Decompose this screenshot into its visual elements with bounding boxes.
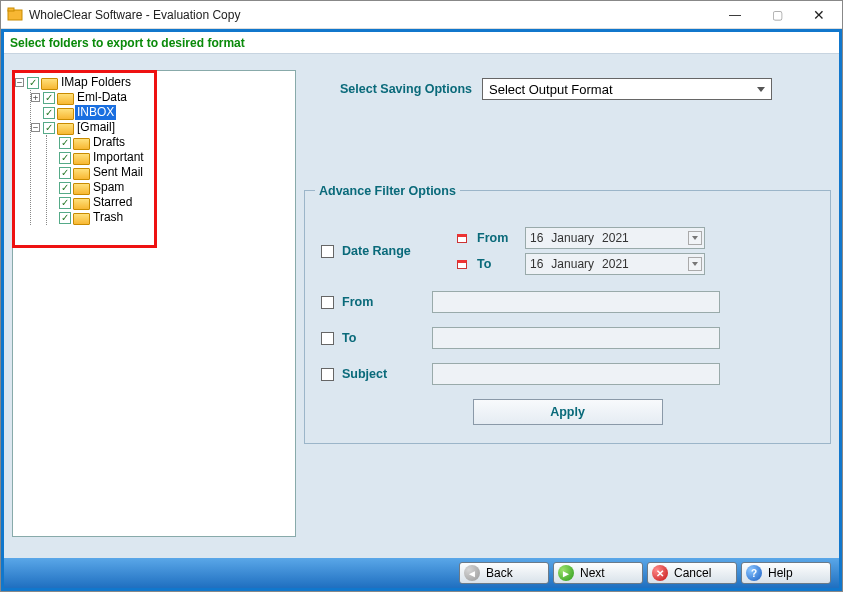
folder-icon [57, 107, 72, 118]
wizard-footer: ◄ Back ► Next ✕ Cancel ? Help [4, 558, 839, 588]
checkbox[interactable] [59, 152, 71, 164]
subject-filter-label: Subject [342, 367, 402, 381]
from-checkbox[interactable] [321, 296, 334, 309]
checkbox[interactable] [59, 182, 71, 194]
chevron-down-icon[interactable] [688, 231, 702, 245]
subject-checkbox[interactable] [321, 368, 334, 381]
folder-tree[interactable]: − IMap Folders + Eml-Data [13, 71, 295, 229]
next-button[interactable]: ► Next [553, 562, 643, 584]
minimize-button[interactable]: — [714, 1, 756, 29]
folder-tree-panel: − IMap Folders + Eml-Data [12, 70, 296, 537]
saving-row: Select Saving Options Select Output Form… [304, 78, 831, 100]
date-from-picker[interactable]: 16 January 2021 [525, 227, 705, 249]
expand-icon[interactable]: + [31, 93, 40, 102]
folder-icon [73, 137, 88, 148]
advance-filter-group: Advance Filter Options Date Range From 1… [304, 190, 831, 444]
app-window: WholeClear Software - Evaluation Copy — … [0, 0, 843, 592]
tree-label: Important [91, 150, 146, 165]
window-title: WholeClear Software - Evaluation Copy [29, 8, 714, 22]
to-input[interactable] [432, 327, 720, 349]
date-range-label: Date Range [342, 244, 437, 258]
checkbox[interactable] [59, 167, 71, 179]
filter-legend: Advance Filter Options [315, 184, 460, 198]
to-row: To [321, 327, 814, 349]
cancel-button[interactable]: ✕ Cancel [647, 562, 737, 584]
body-area: Select folders to export to desired form… [1, 29, 842, 591]
date-to-picker[interactable]: 16 January 2021 [525, 253, 705, 275]
subject-row: Subject [321, 363, 814, 385]
to-label: To [477, 257, 515, 271]
date-to-line: To 16 January 2021 [457, 251, 705, 277]
tree-node-sentmail[interactable]: Sent Mail [47, 165, 293, 180]
window-controls: — ▢ ✕ [714, 1, 840, 29]
chevron-down-icon[interactable] [688, 257, 702, 271]
tree-node-drafts[interactable]: Drafts [47, 135, 293, 150]
from-filter-label: From [342, 295, 402, 309]
spacer [31, 108, 40, 117]
tree-node-gmail[interactable]: − [Gmail] [31, 120, 293, 135]
checkbox[interactable] [59, 197, 71, 209]
collapse-icon[interactable]: − [15, 78, 24, 87]
tree-label: Starred [91, 195, 134, 210]
back-button[interactable]: ◄ Back [459, 562, 549, 584]
tree-node-inbox[interactable]: INBOX [31, 105, 293, 120]
svg-rect-1 [8, 8, 14, 11]
checkbox[interactable] [27, 77, 39, 89]
from-label: From [477, 231, 515, 245]
help-icon: ? [746, 565, 762, 581]
from-row: From [321, 291, 814, 313]
cancel-icon: ✕ [652, 565, 668, 581]
folder-icon [73, 197, 88, 208]
folder-icon [73, 182, 88, 193]
tree-label: Drafts [91, 135, 127, 150]
folder-icon [73, 167, 88, 178]
from-input[interactable] [432, 291, 720, 313]
checkbox[interactable] [59, 137, 71, 149]
to-filter-label: To [342, 331, 402, 345]
checkbox[interactable] [43, 107, 55, 119]
maximize-button[interactable]: ▢ [756, 1, 798, 29]
calendar-icon [457, 234, 467, 243]
folder-icon [57, 92, 72, 103]
folder-icon [41, 77, 56, 88]
date-column: From 16 January 2021 To [457, 225, 705, 277]
combo-text: Select Output Format [489, 82, 613, 97]
tree-node-trash[interactable]: Trash [47, 210, 293, 225]
date-range-row: Date Range From 16 January 2021 [321, 225, 814, 277]
tree-label-selected: INBOX [75, 105, 116, 120]
date-range-checkbox[interactable] [321, 245, 334, 258]
folder-icon [57, 122, 72, 133]
subject-input[interactable] [432, 363, 720, 385]
tree-label: Spam [91, 180, 126, 195]
options-panel: Select Saving Options Select Output Form… [304, 70, 831, 550]
apply-row: Apply [321, 399, 814, 425]
tree-node-starred[interactable]: Starred [47, 195, 293, 210]
tree-label: Sent Mail [91, 165, 145, 180]
checkbox[interactable] [43, 92, 55, 104]
tree-label: Eml-Data [75, 90, 129, 105]
back-icon: ◄ [464, 565, 480, 581]
folder-icon [73, 152, 88, 163]
checkbox[interactable] [43, 122, 55, 134]
folder-icon [73, 212, 88, 223]
next-icon: ► [558, 565, 574, 581]
tree-node-spam[interactable]: Spam [47, 180, 293, 195]
tree-node-important[interactable]: Important [47, 150, 293, 165]
tree-label: IMap Folders [59, 75, 133, 90]
content-area: − IMap Folders + Eml-Data [4, 54, 839, 558]
help-button[interactable]: ? Help [741, 562, 831, 584]
close-button[interactable]: ✕ [798, 1, 840, 29]
titlebar: WholeClear Software - Evaluation Copy — … [1, 1, 842, 29]
to-checkbox[interactable] [321, 332, 334, 345]
instruction-text: Select folders to export to desired form… [10, 36, 245, 50]
apply-button[interactable]: Apply [473, 399, 663, 425]
tree-node-root[interactable]: − IMap Folders [15, 75, 293, 90]
saving-label: Select Saving Options [340, 82, 472, 96]
checkbox[interactable] [59, 212, 71, 224]
tree-label: [Gmail] [75, 120, 117, 135]
output-format-combo[interactable]: Select Output Format [482, 78, 772, 100]
tree-node-eml[interactable]: + Eml-Data [31, 90, 293, 105]
collapse-icon[interactable]: − [31, 123, 40, 132]
date-from-line: From 16 January 2021 [457, 225, 705, 251]
tree-label: Trash [91, 210, 125, 225]
